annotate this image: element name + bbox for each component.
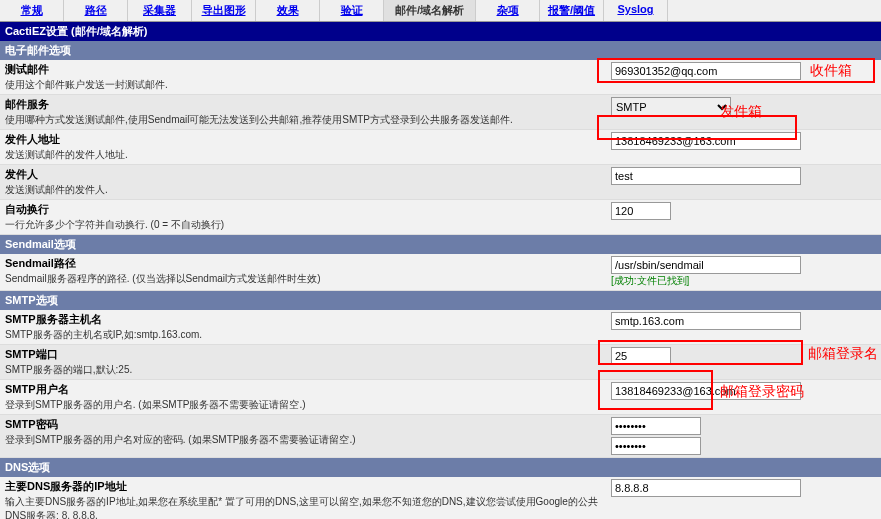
sendmail-options-header: Sendmail选项 — [0, 235, 881, 254]
label-test-mail: 测试邮件 — [5, 62, 601, 77]
row-auto-wrap: 自动换行一行允许多少个字符并自动换行. (0 = 不自动换行) — [0, 200, 881, 235]
input-sendmail-path[interactable] — [611, 256, 801, 274]
row-sender-addr: 发件人地址发送测试邮件的发件人地址. — [0, 130, 881, 165]
row-sender: 发件人发送测试邮件的发件人. — [0, 165, 881, 200]
row-dns-primary: 主要DNS服务器的IP地址输入主要DNS服务器的IP地址,如果您在系统里配* 置… — [0, 477, 881, 519]
row-smtp-user: SMTP用户名登录到SMTP服务器的用户名. (如果SMTP服务器不需要验证请留… — [0, 380, 881, 415]
input-auto-wrap[interactable] — [611, 202, 671, 220]
input-smtp-pass[interactable] — [611, 417, 701, 435]
label-dns-primary: 主要DNS服务器的IP地址 — [5, 479, 601, 494]
tab-mail-dns[interactable]: 邮件/域名解析 — [384, 0, 476, 21]
dns-options-header: DNS选项 — [0, 458, 881, 477]
select-mail-service[interactable]: SMTP — [611, 97, 731, 117]
tab-misc[interactable]: 杂项 — [476, 0, 540, 21]
row-smtp-port: SMTP端口SMTP服务器的端口,默认:25. — [0, 345, 881, 380]
label-smtp-host: SMTP服务器主机名 — [5, 312, 601, 327]
label-sendmail-path: Sendmail路径 — [5, 256, 601, 271]
label-sender-addr: 发件人地址 — [5, 132, 601, 147]
tab-export-graph[interactable]: 导出图形 — [192, 0, 256, 21]
tab-alarm[interactable]: 报警/阈值 — [540, 0, 604, 21]
label-mail-service: 邮件服务 — [5, 97, 601, 112]
label-sender: 发件人 — [5, 167, 601, 182]
input-test-mail[interactable] — [611, 62, 801, 80]
label-smtp-pass: SMTP密码 — [5, 417, 601, 432]
input-sender[interactable] — [611, 167, 801, 185]
tab-bar: 常规 路径 采集器 导出图形 效果 验证 邮件/域名解析 杂项 报警/阈值 Sy… — [0, 0, 881, 22]
row-mail-service: 邮件服务使用哪种方式发送测试邮件,使用Sendmail可能无法发送到公共邮箱,推… — [0, 95, 881, 130]
input-dns-primary[interactable] — [611, 479, 801, 497]
tab-verify[interactable]: 验证 — [320, 0, 384, 21]
input-smtp-port[interactable] — [611, 347, 671, 365]
label-auto-wrap: 自动换行 — [5, 202, 601, 217]
input-smtp-host[interactable] — [611, 312, 801, 330]
tab-syslog[interactable]: Syslog — [604, 0, 668, 21]
label-smtp-user: SMTP用户名 — [5, 382, 601, 397]
tab-effect[interactable]: 效果 — [256, 0, 320, 21]
input-smtp-user[interactable] — [611, 382, 801, 400]
row-sendmail-path: Sendmail路径Sendmail服务器程序的路径. (仅当选择以Sendma… — [0, 254, 881, 291]
row-smtp-host: SMTP服务器主机名SMTP服务器的主机名或IP,如:smtp.163.com. — [0, 310, 881, 345]
input-smtp-pass-confirm[interactable] — [611, 437, 701, 455]
tab-path[interactable]: 路径 — [64, 0, 128, 21]
row-smtp-pass: SMTP密码登录到SMTP服务器的用户名对应的密码. (如果SMTP服务器不需要… — [0, 415, 881, 458]
sendmail-success: [成功:文件已找到] — [611, 274, 876, 288]
tab-general[interactable]: 常规 — [0, 0, 64, 21]
input-sender-addr[interactable] — [611, 132, 801, 150]
smtp-options-header: SMTP选项 — [0, 291, 881, 310]
tab-collector[interactable]: 采集器 — [128, 0, 192, 21]
main-section-header: CactiEZ设置 (邮件/域名解析) — [0, 22, 881, 41]
email-options-header: 电子邮件选项 — [0, 41, 881, 60]
label-smtp-port: SMTP端口 — [5, 347, 601, 362]
row-test-mail: 测试邮件使用这个邮件账户发送一封测试邮件. — [0, 60, 881, 95]
